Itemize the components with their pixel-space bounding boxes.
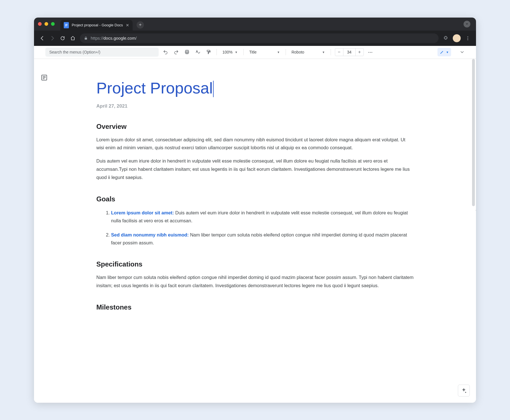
svg-rect-3 [85, 38, 87, 39]
goal-item-2: Sed diam nonummy nibh euismod: Nam liber… [111, 231, 414, 247]
resize-cursor-icon: ↔ [475, 208, 476, 213]
url-toolbar: https://docs.google.com/ [34, 31, 476, 46]
paint-format-button[interactable] [205, 48, 212, 56]
goal-item-1: Lorem ipsum dolor sit amet: Duis autem v… [111, 209, 414, 225]
chevron-down-icon: ▼ [277, 51, 280, 54]
font-size-value[interactable]: 34 [343, 48, 356, 56]
docs-toolbar: Search the menus (Option+/) 100% ▼ Title… [34, 46, 476, 59]
goal-1-lead: Lorem ipsum dolor sit amet: [111, 210, 174, 215]
text-cursor [213, 81, 214, 97]
chevron-down-icon: ▼ [235, 51, 238, 54]
url-text: https://docs.google.com/ [91, 36, 137, 40]
document-date: April 27, 2021 [96, 103, 414, 109]
document-outline-button[interactable] [41, 74, 49, 82]
overview-paragraph-1: Lorem ipsum dolor sit amet, consectetuer… [96, 136, 414, 152]
goals-list: Lorem ipsum dolor sit amet: Duis autem v… [96, 209, 414, 247]
svg-point-6 [468, 39, 468, 40]
chevron-down-icon: ▼ [322, 51, 325, 54]
toolbar-separator [286, 49, 286, 55]
new-tab-button[interactable]: ＋ [137, 21, 144, 29]
docs-favicon-icon [64, 22, 69, 28]
svg-point-4 [468, 36, 468, 37]
heading-milestones: Milestones [96, 303, 414, 311]
font-size-increase-button[interactable]: + [356, 48, 364, 56]
browser-menu-button[interactable] [465, 35, 471, 41]
redo-button[interactable] [172, 48, 180, 56]
address-bar[interactable]: https://docs.google.com/ [80, 33, 439, 43]
document-area[interactable]: Project Proposal April 27, 2021 Overview… [34, 59, 476, 403]
profile-menu-icon[interactable] [464, 21, 470, 27]
heading-goals: Goals [96, 195, 414, 203]
window-controls [38, 22, 60, 26]
collapse-toolbar-button[interactable] [460, 50, 465, 55]
document-page[interactable]: Project Proposal April 27, 2021 Overview… [96, 59, 414, 311]
pencil-icon [440, 50, 444, 54]
heading-overview: Overview [96, 123, 414, 131]
paragraph-style-dropdown[interactable]: Title ▼ [248, 50, 282, 54]
browser-tab[interactable]: Project proposal - Google Docs ✕ [60, 20, 133, 31]
window-minimize-button[interactable] [44, 22, 48, 26]
goal-2-lead: Sed diam nonummy nibh euismod: [111, 232, 189, 237]
svg-rect-1 [65, 25, 67, 25]
tab-title: Project proposal - Google Docs [72, 23, 123, 27]
zoom-dropdown[interactable]: 100% ▼ [221, 50, 239, 54]
specifications-paragraph: Nam liber tempor cum soluta nobis eleife… [96, 273, 414, 290]
extensions-button[interactable] [443, 35, 449, 41]
zoom-value: 100% [222, 50, 233, 54]
chevron-down-icon: ▼ [446, 51, 449, 54]
tab-strip: Project proposal - Google Docs ✕ ＋ [34, 18, 476, 31]
toolbar-separator [216, 49, 217, 55]
undo-button[interactable] [162, 48, 169, 56]
forward-button[interactable] [49, 35, 56, 41]
heading-specifications: Specifications [96, 260, 414, 268]
browser-window: Project proposal - Google Docs ✕ ＋ [34, 18, 476, 403]
search-menus-placeholder: Search the menus (Option+/) [49, 50, 100, 54]
search-menus-input[interactable]: Search the menus (Option+/) [45, 48, 159, 57]
browser-chrome: Project proposal - Google Docs ✕ ＋ [34, 18, 476, 46]
home-button[interactable] [70, 35, 76, 41]
toolbar-separator [331, 49, 331, 55]
user-avatar[interactable] [453, 34, 461, 42]
more-tools-button[interactable]: ⋯ [367, 48, 375, 56]
svg-point-5 [468, 38, 468, 39]
window-zoom-button[interactable] [51, 22, 55, 26]
svg-point-15 [465, 392, 466, 393]
overview-paragraph-2: Duis autem vel eum iriure dolor in hendr… [96, 157, 414, 182]
editing-mode-button[interactable]: ▼ [437, 48, 451, 56]
font-family-dropdown[interactable]: Roboto ▼ [290, 50, 327, 54]
print-button[interactable] [183, 48, 191, 56]
spellcheck-button[interactable] [194, 48, 202, 56]
window-close-button[interactable] [38, 22, 42, 26]
back-button[interactable] [39, 35, 45, 41]
svg-rect-0 [65, 24, 67, 25]
svg-rect-10 [207, 50, 210, 52]
svg-rect-2 [65, 26, 67, 26]
font-family-value: Roboto [292, 50, 304, 54]
vertical-scrollbar[interactable] [472, 59, 475, 206]
explore-button[interactable] [458, 385, 470, 396]
font-size-decrease-button[interactable]: − [335, 48, 343, 56]
tab-close-icon[interactable]: ✕ [126, 23, 129, 27]
document-title-line[interactable]: Project Proposal [96, 79, 414, 97]
paragraph-style-value: Title [249, 50, 257, 54]
document-title: Project Proposal [96, 79, 213, 97]
lock-icon [84, 36, 88, 40]
font-size-control: − 34 + [335, 48, 364, 56]
toolbar-separator [243, 49, 244, 55]
reload-button[interactable] [60, 35, 66, 41]
